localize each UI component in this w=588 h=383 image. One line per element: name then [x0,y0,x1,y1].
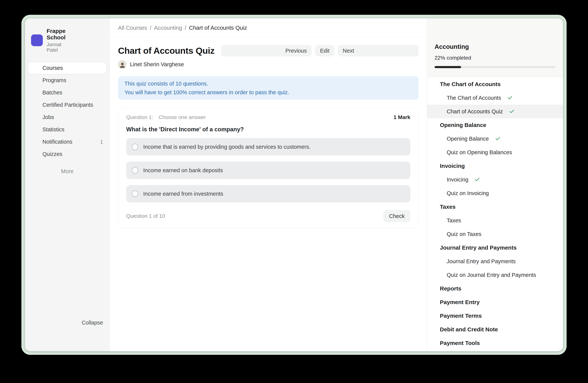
breadcrumb-link[interactable]: Accounting [154,25,182,31]
outline-section-title: Payment Terms [440,313,482,319]
notice-line-1: This quiz consists of 10 questions. [125,79,412,88]
graduation-cap-icon [31,35,43,46]
outline-item-label: Quiz on Invoicing [447,190,489,196]
outline-section-title: Opening Balance [440,122,486,128]
outline-section-taxes[interactable]: Taxes [427,200,563,214]
outline-section-the-chart-of-accounts[interactable]: The Chart of Accounts [427,77,563,91]
answer-option-label: Income earned on bank deposits [143,167,223,173]
question-text: What is the 'Direct Income' of a company… [126,125,410,134]
outline-section-title: Payment Tools [440,340,480,346]
page-title: Chart of Accounts Quiz [118,45,215,56]
check-icon [507,95,513,101]
check-icon [474,177,480,182]
outline-section-payment-tools[interactable]: Payment Tools [427,336,563,350]
route-icon [31,77,38,84]
outline-section-payment-terms[interactable]: Payment Terms [427,309,563,323]
course-progress-bar [435,66,555,68]
workspace-switcher[interactable]: Frappe School Jannat Patel [25,18,109,61]
outline-section-journal-entry-and-payments[interactable]: Journal Entry and Payments [427,241,563,254]
sidebar-item-notifications[interactable]: Notifications 1 [28,136,106,148]
header-actions: Previous Edit Next [221,45,419,57]
chevron-down-icon [432,82,437,87]
outline-item-chart-of-accounts-quiz[interactable]: Chart of Accounts Quiz [427,105,563,118]
collapse-sidebar-button[interactable]: Collapse [25,300,109,351]
outline-item-quiz-on-journal-entry-and-payments[interactable]: Quiz on Journal Entry and Payments [427,268,563,282]
bell-icon [31,139,38,145]
sidebar-item-programs[interactable]: Programs [28,74,106,86]
outline-item-invoicing[interactable]: Invoicing [427,173,563,186]
monitor-play-icon [437,176,443,183]
chevron-right-icon [432,300,437,305]
help-circle-icon [437,272,443,278]
person-silhouette-icon [119,61,126,69]
outline-item-taxes[interactable]: Taxes [427,214,563,227]
outline-item-opening-balance[interactable]: Opening Balance [427,132,563,146]
sidebar-item-batches[interactable]: Batches [28,87,106,99]
outline-item-quiz-on-opening-balances[interactable]: Quiz on Opening Balances [427,146,563,159]
outline-item-label: Quiz on Taxes [447,231,481,237]
breadcrumb-separator: / [150,25,151,31]
check-button[interactable]: Check [383,210,410,222]
outline-section-invoicing[interactable]: Invoicing [427,159,563,173]
chevron-right-icon [432,286,437,291]
users-icon [31,90,38,96]
sidebar-item-more[interactable]: More [28,165,106,177]
sidebar-item-courses[interactable]: Courses [28,62,106,74]
author-name: Linet Sherin Varghese [130,61,184,68]
answer-option-1[interactable]: Income that is earned by providing goods… [126,138,410,155]
course-progress-fill [435,66,461,68]
next-button[interactable]: Next [338,45,419,57]
book-open-icon [31,65,38,71]
question-progress: Question 1 of 10 [126,213,165,219]
monitor-play-icon [437,217,443,224]
brand-user: Jannat Patel [47,42,69,53]
radio-button[interactable] [132,144,138,150]
window-frame: Frappe School Jannat Patel Courses Progr… [21,15,567,355]
outline-section-title: Debit and Credit Note [440,326,498,333]
sidebar-item-jobs[interactable]: Jobs [28,111,106,123]
screen: Frappe School Jannat Patel Courses Progr… [0,0,588,383]
outline-section-payment-entry[interactable]: Payment Entry [427,295,563,309]
chevron-down-icon[interactable] [73,24,105,57]
outline-item-label: Quiz on Opening Balances [447,149,512,155]
breadcrumb-link[interactable]: All Courses [118,25,147,31]
answer-option-label: Income earned from investments [143,191,223,197]
help-circle-icon [31,151,38,157]
answer-option-2[interactable]: Income earned on bank deposits [126,162,410,179]
app-window: Frappe School Jannat Patel Courses Progr… [25,18,563,351]
answer-option-3[interactable]: Income earned from investments [126,185,410,202]
check-icon [509,109,515,114]
sidebar-item-label: Quizzes [42,151,62,157]
course-completed-label: 22% completed [435,55,555,61]
chevron-right-icon [432,341,437,345]
outline-item-quiz-on-taxes[interactable]: Quiz on Taxes [427,227,563,241]
sidebar: Frappe School Jannat Patel Courses Progr… [25,18,110,351]
check-icon [495,136,501,142]
previous-button[interactable]: Previous [221,45,312,57]
outline-item-journal-entry-and-payments[interactable]: Journal Entry and Payments [427,254,563,268]
plus-icon[interactable] [78,159,103,184]
chevron-left-icon [226,38,283,79]
sidebar-item-quizzes[interactable]: Quizzes [28,148,106,160]
avatar [118,60,126,69]
edit-label: Edit [320,48,329,54]
sidebar-item-statistics[interactable]: Statistics [28,124,106,136]
radio-button[interactable] [132,191,138,197]
chevron-right-icon [357,38,414,79]
outline-section-debit-and-credit-note[interactable]: Debit and Credit Note [427,323,563,336]
edit-button[interactable]: Edit [315,45,334,57]
outline-section-opening-balance[interactable]: Opening Balance [427,118,563,132]
more-label: More [61,168,74,174]
sidebar-item-certified-participants[interactable]: Certified Participants [28,99,106,111]
graduation-cap-icon [31,102,38,108]
main-area: All Courses/Accounting/Chart of Accounts… [110,18,427,351]
outline-item-quiz-on-invoicing[interactable]: Quiz on Invoicing [427,186,563,200]
monitor-play-icon [437,258,443,265]
breadcrumb: All Courses/Accounting/Chart of Accounts… [110,18,427,38]
page-header: Chart of Accounts Quiz Previous Edit Nex… [118,45,419,57]
outline-section-reports[interactable]: Reports [427,282,563,295]
radio-button[interactable] [132,167,138,173]
sidebar-item-label: Certified Participants [42,102,93,108]
outline-item-the-chart-of-accounts[interactable]: The Chart of Accounts [427,91,563,105]
chevron-down-icon [432,123,437,128]
